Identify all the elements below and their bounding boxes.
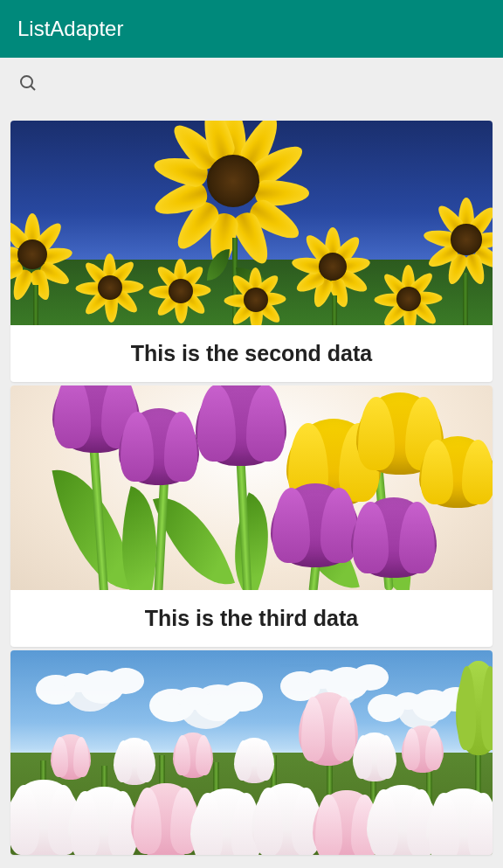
svg-line-1 xyxy=(31,86,35,90)
list-item[interactable]: This is the second data xyxy=(10,121,493,382)
search-button[interactable] xyxy=(12,68,44,100)
item-label: This is the second data xyxy=(10,325,493,382)
list-item[interactable]: This is the third data xyxy=(10,385,493,647)
app-bar: ListAdapter xyxy=(0,0,503,58)
toolbar xyxy=(0,58,503,110)
list-container[interactable]: This is the second data This is the thir… xyxy=(0,110,503,855)
item-image-sunflowers xyxy=(10,121,493,325)
app-bar-title: ListAdapter xyxy=(17,17,123,41)
item-image-field xyxy=(10,650,493,855)
search-icon xyxy=(17,73,38,96)
list-item[interactable] xyxy=(10,650,493,855)
item-label: This is the third data xyxy=(10,590,493,647)
svg-point-0 xyxy=(21,76,32,87)
item-image-tulips xyxy=(10,385,493,590)
